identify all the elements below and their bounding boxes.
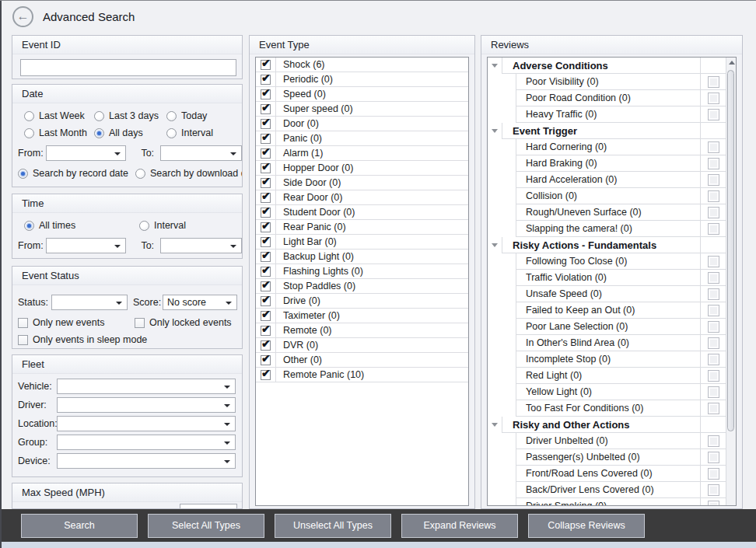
review-row-driver-unbelted-0[interactable]: Driver Unbelted (0): [488, 433, 726, 449]
fleet-device-combo[interactable]: [57, 453, 236, 469]
checkbox-checked-icon[interactable]: ✔: [261, 340, 271, 351]
event-type-row-periodic-0[interactable]: ✔Periodic (0): [256, 72, 468, 87]
event-type-row-stop-paddles-0[interactable]: ✔Stop Paddles (0): [256, 279, 468, 294]
event-type-row-taximeter-0[interactable]: ✔Taximeter (0): [256, 309, 468, 323]
review-row-hard-cornering-0[interactable]: Hard Cornering (0): [488, 139, 726, 155]
review-row-unsafe-speed-0[interactable]: Unsafe Speed (0): [488, 286, 726, 302]
review-checkbox[interactable]: [708, 354, 719, 365]
review-checkbox[interactable]: [708, 484, 719, 496]
review-row-following-too-close-0[interactable]: Following Too Close (0): [488, 253, 726, 270]
checkbox-checked-icon[interactable]: ✔: [261, 237, 271, 247]
collapse-arrow-icon[interactable]: [488, 417, 502, 433]
fleet-driver-combo[interactable]: [57, 397, 236, 413]
radio-today[interactable]: Today: [166, 110, 242, 121]
event-type-row-other-0[interactable]: ✔Other (0): [256, 353, 468, 368]
score-combo[interactable]: No score: [163, 295, 237, 310]
checkbox-checked-icon[interactable]: ✔: [261, 281, 271, 291]
radio-search-by-record-date[interactable]: Search by record date: [18, 168, 128, 179]
review-checkbox[interactable]: [708, 141, 719, 153]
checkbox-checked-icon[interactable]: ✔: [261, 89, 271, 99]
review-row-in-other-s-blind-area-0[interactable]: In Other's Blind Area (0): [488, 335, 726, 351]
checkbox-only-events-in-sleep-mode[interactable]: Only events in sleep mode: [18, 334, 242, 345]
review-checkbox[interactable]: [708, 256, 719, 267]
event-type-row-flashing-lights-0[interactable]: ✔Flashing Lights (0): [256, 264, 468, 279]
fleet-vehicle-combo[interactable]: [57, 379, 236, 394]
review-checkbox[interactable]: [708, 321, 719, 333]
checkbox-checked-icon[interactable]: ✔: [261, 104, 271, 114]
review-checkbox[interactable]: [708, 272, 719, 284]
review-checkbox[interactable]: [708, 223, 719, 235]
time-to-combo[interactable]: [160, 238, 242, 253]
event-type-row-panic-0[interactable]: ✔Panic (0): [256, 131, 468, 146]
status-combo[interactable]: [51, 295, 128, 310]
review-row-incomplete-stop-0[interactable]: Incomplete Stop (0): [488, 351, 726, 368]
checkbox-checked-icon[interactable]: ✔: [261, 75, 271, 85]
event-type-row-student-door-0[interactable]: ✔Student Door (0): [256, 205, 468, 220]
checkbox-checked-icon[interactable]: ✔: [261, 370, 271, 380]
collapse-arrow-icon[interactable]: [488, 58, 502, 74]
time-from-combo[interactable]: [46, 238, 126, 253]
event-type-row-rear-panic-0[interactable]: ✔Rear Panic (0): [256, 220, 468, 235]
review-group-row-risky-actions-fundamentals[interactable]: Risky Actions - Fundamentals: [488, 237, 726, 253]
review-group-row-risky-and-other-actions[interactable]: Risky and Other Actions: [488, 417, 726, 433]
scrollbar-up-arrow-icon[interactable]: [729, 61, 735, 65]
radio-all-days[interactable]: All days: [94, 127, 166, 138]
event-type-row-light-bar-0[interactable]: ✔Light Bar (0): [256, 235, 468, 250]
review-row-failed-to-keep-an-out-0[interactable]: Failed to Keep an Out (0): [488, 302, 726, 319]
review-checkbox[interactable]: [708, 403, 719, 414]
checkbox-checked-icon[interactable]: ✔: [261, 311, 271, 321]
review-checkbox[interactable]: [708, 158, 719, 169]
review-row-poor-road-condition-0[interactable]: Poor Road Condition (0): [488, 90, 726, 106]
review-row-yellow-light-0[interactable]: Yellow Light (0): [488, 384, 726, 400]
review-row-rough-uneven-surface-0[interactable]: Rough/Uneven Surface (0): [488, 204, 726, 221]
radio-all-times[interactable]: All times: [24, 220, 139, 231]
event-type-row-door-0[interactable]: ✔Door (0): [256, 117, 468, 131]
review-checkbox[interactable]: [708, 386, 719, 398]
review-checkbox[interactable]: [708, 305, 719, 316]
back-button[interactable]: ←: [12, 6, 33, 27]
reviews-scrollbar[interactable]: [726, 58, 736, 505]
event-type-row-alarm-1[interactable]: ✔Alarm (1): [256, 146, 468, 161]
review-checkbox[interactable]: [708, 174, 719, 186]
collapse-arrow-icon[interactable]: [488, 237, 502, 253]
event-type-row-super-speed-0[interactable]: ✔Super speed (0): [256, 102, 468, 117]
date-from-combo[interactable]: [46, 145, 126, 161]
checkbox-only-new-events[interactable]: Only new events: [18, 317, 135, 328]
checkbox-checked-icon[interactable]: ✔: [261, 326, 271, 336]
event-type-row-shock-6[interactable]: ✔Shock (6): [256, 58, 468, 72]
review-row-poor-visibility-0[interactable]: Poor Visibility (0): [488, 74, 726, 90]
review-row-hard-braking-0[interactable]: Hard Braking (0): [488, 155, 726, 172]
event-type-row-backup-light-0[interactable]: ✔Backup Light (0): [256, 250, 468, 264]
review-checkbox[interactable]: [708, 337, 719, 349]
event-type-row-rear-door-0[interactable]: ✔Rear Door (0): [256, 190, 468, 205]
review-checkbox[interactable]: [708, 501, 719, 507]
review-row-red-light-0[interactable]: Red Light (0): [488, 368, 726, 384]
radio-last-week[interactable]: Last Week: [24, 110, 94, 121]
fleet-group-combo[interactable]: [57, 435, 236, 450]
checkbox-checked-icon[interactable]: ✔: [261, 267, 271, 277]
review-group-row-adverse-conditions[interactable]: Adverse Conditions: [488, 58, 726, 74]
review-checkbox[interactable]: [708, 92, 719, 104]
radio-search-by-download-date[interactable]: Search by download date: [135, 168, 243, 179]
review-checkbox[interactable]: [708, 76, 719, 88]
radio-last-3-days[interactable]: Last 3 days: [94, 110, 166, 121]
event-type-row-hopper-door-0[interactable]: ✔Hopper Door (0): [256, 161, 468, 176]
event-type-row-side-door-0[interactable]: ✔Side Door (0): [256, 176, 468, 190]
checkbox-checked-icon[interactable]: ✔: [261, 60, 271, 70]
checkbox-checked-icon[interactable]: ✔: [261, 208, 271, 218]
select-all-types-button[interactable]: Select All Types: [148, 514, 264, 538]
review-checkbox[interactable]: [708, 109, 719, 120]
checkbox-checked-icon[interactable]: ✔: [261, 163, 271, 173]
expand-reviews-button[interactable]: Expand Reviews: [401, 514, 518, 538]
review-row-poor-lane-selection-0[interactable]: Poor Lane Selection (0): [488, 319, 726, 335]
review-row-traffic-violation-0[interactable]: Traffic Violation (0): [488, 270, 726, 286]
radio-interval[interactable]: Interval: [166, 127, 242, 138]
collapse-arrow-icon[interactable]: [488, 123, 502, 139]
review-checkbox[interactable]: [708, 370, 719, 382]
review-row-heavy-traffic-0[interactable]: Heavy Traffic (0): [488, 106, 726, 123]
review-row-collision-0[interactable]: Collision (0): [488, 188, 726, 204]
checkbox-checked-icon[interactable]: ✔: [261, 252, 271, 262]
review-row-driver-smoking-0[interactable]: Driver Smoking (0): [488, 498, 726, 506]
radio-interval[interactable]: Interval: [139, 220, 242, 231]
checkbox-checked-icon[interactable]: ✔: [261, 148, 271, 159]
